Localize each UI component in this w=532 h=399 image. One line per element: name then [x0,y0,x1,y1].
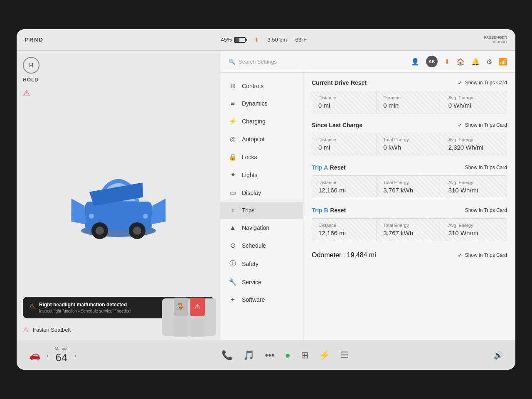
nav-item-controls[interactable]: ⊕ Controls [220,77,303,95]
person-icon: 👤 [411,58,419,66]
charging-icon: ⚡ [229,117,237,125]
nav-label-schedule: Schedule [242,242,266,249]
trip-b-reset[interactable]: Reset [330,207,346,214]
temp-value: 64 [55,351,69,364]
alert-content: Right headlight malfunction detected Ins… [39,302,131,313]
current-drive-distance-label: Distance [318,95,370,100]
since-last-charge-show-trips[interactable]: ✓ Show in Trips Card [458,122,507,128]
nav-item-lights[interactable]: ✦ Lights [220,166,303,184]
search-bar[interactable]: 🔍 Search Settings [229,59,277,65]
trip-a-reset[interactable]: Reset [330,164,346,171]
nav-item-dynamics[interactable]: ≡ Dynamics [220,95,303,112]
odometer-show-trips[interactable]: ✓ Show in Trips Card [458,252,507,259]
car-icon[interactable]: 🚗 [29,350,40,361]
seatbelt-warning-icon: ⚠ [23,326,29,334]
trip-b-total-energy-value: 3,767 kWh [383,229,435,236]
left-chevron[interactable]: ‹ [47,352,49,359]
nav-label-trips: Trips [242,207,255,214]
dynamics-icon: ≡ [229,100,237,107]
more-icon[interactable]: ••• [265,350,274,361]
nav-item-trips[interactable]: ↕ Trips [220,202,303,219]
current-drive-reset[interactable]: Reset [351,79,367,86]
trip-a-avg-energy-label: Avg. Energy [448,180,500,185]
trip-b-distance: Distance 12,166 mi [312,219,377,241]
grid-icon[interactable]: ⊞ [301,350,308,361]
hold-section: H HOLD ⚠ [23,57,214,98]
camera-icon[interactable]: 🎵 [243,350,254,361]
trip-b-show-trips[interactable]: Show in Trips Card [465,207,507,213]
trip-b-avg-energy: Avg. Energy 310 Wh/mi [442,219,507,241]
main-content: H HOLD ⚠ [17,51,515,340]
nav-item-schedule[interactable]: ⊙ Schedule [220,236,303,254]
taskbar-right: 🔊 [494,351,503,360]
nav-item-navigation[interactable]: ▲ Navigation [220,219,303,236]
trip-a-header: Trip A Reset Show in Trips Card [312,164,507,171]
temp-label: Manual [55,347,69,351]
since-last-charge-show-label: Show in Trips Card [465,122,507,128]
trip-a-distance-label: Distance [318,180,370,185]
trip-b-header: Trip B Reset Show in Trips Card [312,207,507,214]
spotify-icon[interactable]: ● [285,350,290,361]
current-drive-title-group: Current Drive Reset [312,79,367,86]
download-icon: ⬇ [254,37,259,43]
nav-label-service: Service [242,279,261,286]
header-icons: 👤 AK ⬇ 🏠 🔔 ⚙ 📶 [411,56,507,67]
car-svg [60,152,177,243]
current-drive-show-trips-label: Show in Trips Card [465,80,507,86]
settings-icon: ⚙ [486,58,492,66]
menu-icon[interactable]: ☰ [340,350,349,361]
trip-b-show-label: Show in Trips Card [465,207,507,213]
seat-rear-left [174,318,188,337]
nav-item-safety[interactable]: ⓘ Safety [220,254,303,273]
battery-fill [235,38,239,42]
trips-content: Current Drive Reset ✓ Show in Trips Card… [303,73,515,340]
svg-point-7 [143,214,148,219]
trip-b-avg-energy-value: 310 Wh/mi [448,229,500,236]
trip-b-distance-label: Distance [318,223,370,228]
current-drive-section: Current Drive Reset ✓ Show in Trips Card… [312,79,507,113]
bell-icon: 🔔 [471,58,480,66]
nav-item-service[interactable]: 🔧 Service [220,273,303,291]
since-charge-avg-energy-value: 2,320 Wh/mi [448,144,500,151]
nav-label-controls: Controls [242,83,264,89]
home-icon: 🏠 [456,58,465,66]
right-panel: 🔍 Search Settings 👤 AK ⬇ 🏠 🔔 ⚙ 📶 [220,51,515,340]
nav-item-autopilot[interactable]: ◎ Autopilot [220,130,303,148]
left-panel: H HOLD ⚠ [17,51,220,340]
trip-a-show-trips[interactable]: Show in Trips Card [465,165,507,170]
odometer-info: Odometer : 19,484 mi [312,251,376,259]
trip-b-total-energy-label: Total Energy [383,223,435,228]
search-placeholder: Search Settings [239,59,277,65]
taskbar: 🚗 ‹ Manual 64 › 📞 🎵 ••• ● ⊞ ⚡ ☰ 🔊 [17,340,515,370]
nav-item-display[interactable]: ▭ Display [220,184,303,202]
seat-front-right: ⚠ [190,298,205,316]
trip-a-distance-value: 12,166 mi [318,187,370,194]
tesla-screen: PRND 45% ⬇ 3:50 pm 63°F PASSENGERAIRBAG … [17,29,515,370]
phone-icon[interactable]: 📞 [222,350,233,361]
time-display: 3:50 pm [267,37,287,43]
current-drive-duration: Duration 0 min [377,91,441,113]
current-drive-show-trips[interactable]: ✓ Show in Trips Card [458,79,507,86]
bluetooth-icon[interactable]: ⚡ [319,350,330,361]
search-icon: 🔍 [229,59,235,65]
trip-a-title: Trip A [312,164,328,171]
nav-label-software: Software [242,296,265,303]
trip-a-section: Trip A Reset Show in Trips Card Distance… [312,164,507,198]
lights-icon: ✦ [229,171,237,179]
since-last-charge-title: Since Last Charge [312,122,362,128]
nav-item-charging[interactable]: ⚡ Charging [220,112,303,130]
trip-b-stats: Distance 12,166 mi Total Energy 3,767 kW… [312,218,507,241]
trip-a-total-energy-label: Total Energy [383,180,435,185]
alert-warning-icon: ⚠ [29,302,35,310]
since-charge-distance-label: Distance [318,137,370,142]
nav-item-software[interactable]: + Software [220,291,303,308]
since-charge-distance-value: 0 mi [318,144,370,151]
since-last-charge-header: Since Last Charge ✓ Show in Trips Card [312,122,507,128]
current-drive-distance: Distance 0 mi [312,91,377,113]
nav-item-locks[interactable]: 🔒 Locks [220,148,303,166]
trip-a-distance: Distance 12,166 mi [312,176,377,198]
volume-icon[interactable]: 🔊 [494,351,503,360]
nav-label-dynamics: Dynamics [242,100,267,107]
trip-b-title-group: Trip B Reset [312,207,346,214]
trip-a-avg-energy-value: 310 Wh/mi [448,187,500,194]
